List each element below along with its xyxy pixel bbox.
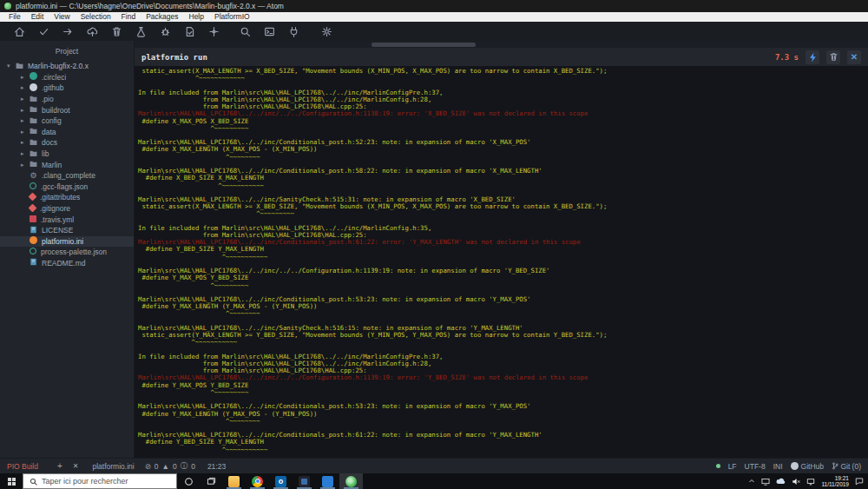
tree-item-config[interactable]: ▸config	[0, 116, 134, 127]
tree-item-marlin-bugfix-2-0-x[interactable]: ▾Marlin-bugfix-2.0.x	[0, 61, 134, 72]
clock-date: 11/11/2019	[821, 481, 849, 488]
chevron-right-icon: ▸	[21, 162, 30, 169]
terminal-elapsed-time: 7.3 s	[775, 53, 799, 62]
tree-item-label: docs	[42, 138, 57, 147]
display-tray-icon[interactable]	[761, 478, 770, 486]
tree-item-data[interactable]: ▸data	[0, 127, 134, 138]
home-icon[interactable]	[7, 23, 31, 40]
line-ending-indicator[interactable]: LF	[728, 462, 737, 471]
chevron-right-icon: ▸	[21, 129, 30, 135]
close-terminal-button[interactable]: ✕	[847, 50, 861, 64]
tree-item-docs[interactable]: ▸docs	[0, 137, 134, 149]
pio-build-tab[interactable]: PIO Build	[7, 462, 38, 471]
folder-file-icon	[16, 62, 28, 71]
settings-gear-icon[interactable]	[314, 23, 339, 40]
menu-find[interactable]: Find	[116, 12, 141, 22]
folder-file-icon	[30, 138, 42, 148]
tree-item-label: README.md	[42, 259, 86, 268]
chevron-right-icon: ▸	[21, 96, 30, 102]
tree-item-label: .gitignore	[40, 204, 70, 213]
tree-item-readme-md[interactable]: README.md	[0, 258, 134, 269]
taskbar-app-chrome[interactable]	[246, 473, 269, 489]
menu-packages[interactable]: Packages	[141, 12, 183, 22]
titlebar: platformio.ini — C:\Users\hagne\OneDrive…	[0, 0, 868, 12]
taskbar-app-photos[interactable]	[293, 473, 316, 489]
tree-item--clang-complete[interactable]: ⚙.clang_complete	[0, 170, 134, 182]
tray-chevron-up-icon[interactable]	[748, 478, 755, 485]
grammar-indicator[interactable]: INI	[773, 462, 783, 471]
lightning-icon	[808, 52, 817, 63]
terminal-output-line: ^~~~~~~~~~~~	[138, 254, 868, 261]
github-panel-toggle[interactable]: GitHub	[791, 462, 824, 471]
pipeline-icon[interactable]	[201, 23, 226, 40]
chrome-icon	[252, 476, 263, 487]
menu-help[interactable]: Help	[184, 12, 209, 22]
menu-edit[interactable]: Edit	[26, 12, 49, 22]
folder-file-icon	[30, 105, 42, 115]
tree-item--pio[interactable]: ▸.pio	[0, 94, 134, 105]
tree-item--gitignore[interactable]: .gitignore	[0, 203, 134, 215]
tree-item-process-palette-json[interactable]: process-palette.json	[0, 247, 134, 258]
rerun-build-button[interactable]	[806, 50, 819, 64]
task-view-button[interactable]	[200, 473, 222, 489]
close-icon: ✕	[851, 52, 858, 62]
atom-icon	[345, 476, 357, 487]
volume-muted-icon[interactable]	[792, 478, 800, 486]
chevron-right-icon: ▸	[21, 117, 30, 124]
upload-arrow-icon[interactable]	[56, 23, 80, 40]
tree-item-buildroot[interactable]: ▸buildroot	[0, 104, 134, 116]
menu-file[interactable]: File	[3, 12, 26, 22]
circleci-file-icon	[30, 72, 42, 82]
folder-file-icon	[30, 149, 42, 159]
action-center-button[interactable]	[855, 477, 864, 486]
close-terminal-tab-button[interactable]: ✕	[73, 462, 79, 470]
tree-item-marlin[interactable]: ▸Marlin	[0, 159, 134, 170]
network-tray-icon[interactable]	[806, 478, 815, 486]
taskbar-app-atom[interactable]	[339, 473, 363, 489]
tree-item--gitattributes[interactable]: .gitattributes	[0, 192, 134, 203]
menu-view[interactable]: View	[49, 12, 75, 22]
statusbar-filename[interactable]: platformio.ini	[92, 462, 134, 471]
statusbar: PIO Build + ✕ platformio.ini ⊘0 ▲0 ⓘ0 21…	[0, 458, 868, 473]
taskbar-app-mail[interactable]	[316, 473, 339, 489]
clear-terminal-button[interactable]	[826, 50, 840, 64]
sync-status-icon	[716, 464, 720, 468]
menu-platformio[interactable]: PlatformIO	[209, 12, 255, 22]
build-check-icon[interactable]	[31, 23, 56, 40]
taskbar-app-file-explorer[interactable]	[222, 473, 246, 489]
test-flask-icon[interactable]	[128, 23, 153, 40]
atom-window: platformio.ini — C:\Users\hagne\OneDrive…	[0, 0, 868, 489]
menu-selection[interactable]: Selection	[76, 12, 116, 22]
tree-item-platformio-ini[interactable]: platformio.ini	[0, 236, 134, 248]
taskbar-app-outlook[interactable]: o	[269, 473, 293, 489]
book-file-icon	[30, 226, 42, 235]
remote-upload-cloud-icon[interactable]	[80, 23, 104, 40]
tree-item--gcc-flags-json[interactable]: .gcc-flags.json	[0, 182, 134, 193]
remote-dev-file-icon[interactable]	[177, 23, 201, 40]
terminal-icon[interactable]	[257, 23, 281, 40]
onedrive-cloud-icon[interactable]	[776, 478, 786, 485]
tree-item-license[interactable]: LICENSE	[0, 225, 134, 236]
add-terminal-button[interactable]: +	[57, 461, 62, 471]
lint-summary[interactable]: ⊘0 ▲0 ⓘ0	[145, 461, 195, 472]
search-icon[interactable]	[233, 23, 257, 40]
debug-bug-icon[interactable]	[153, 23, 177, 40]
start-button[interactable]	[0, 473, 23, 489]
git-panel-toggle[interactable]: Git (0)	[832, 462, 861, 471]
tree-item--travis-yml[interactable]: .travis.yml	[0, 214, 134, 225]
tree-item--github[interactable]: ▸.github	[0, 83, 134, 94]
encoding-indicator[interactable]: UTF-8	[745, 462, 766, 471]
cursor-position[interactable]: 21:23	[207, 462, 226, 471]
tree-item--circleci[interactable]: ▸.circleci	[0, 72, 134, 83]
terminal-output[interactable]: static_assert(X_MAX_LENGTH >= X_BED_SIZE…	[135, 66, 868, 458]
horizontal-scrollbar[interactable]	[372, 43, 476, 47]
cortana-button[interactable]	[177, 473, 200, 489]
taskbar-clock[interactable]: 19:21 11/11/2019	[821, 475, 849, 488]
github-icon	[791, 462, 799, 470]
tree-item-lib[interactable]: ▸lib	[0, 149, 134, 160]
window-title: platformio.ini — C:\Users\hagne\OneDrive…	[16, 2, 284, 10]
json-file-icon	[30, 248, 41, 256]
taskbar-search-box[interactable]: Taper ici pour rechercher	[23, 473, 177, 489]
serial-monitor-plug-icon[interactable]	[281, 23, 306, 40]
clean-trash-icon[interactable]	[104, 23, 128, 40]
